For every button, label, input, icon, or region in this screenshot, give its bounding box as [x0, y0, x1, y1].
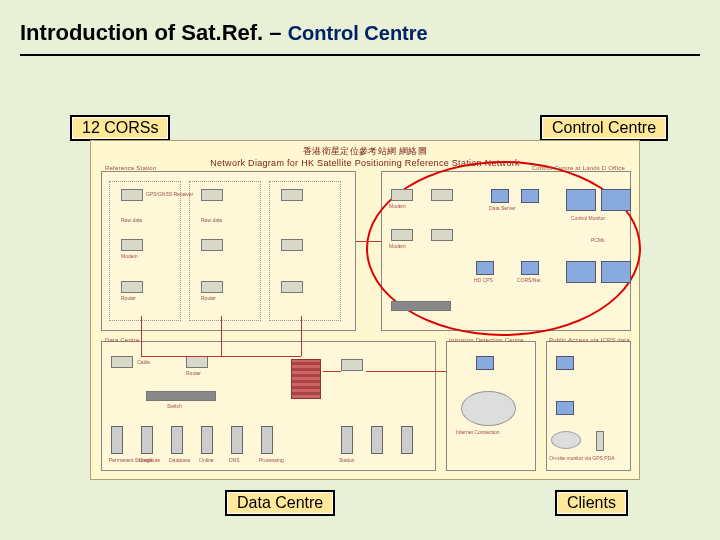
receiver-icon [281, 189, 303, 201]
cap: On-site monitor via GPS PDA [549, 455, 615, 461]
modem-icon [391, 229, 413, 241]
server-icon [171, 426, 183, 454]
cap: Station [339, 457, 355, 463]
cap: Raw data [121, 217, 142, 223]
server-icon [141, 426, 153, 454]
cap: Modem [389, 243, 406, 249]
router-icon [111, 356, 133, 368]
network-diagram: 香港衛星定位參考站網 網絡圖 Network Diagram for HK Sa… [90, 140, 640, 480]
link-line [141, 356, 301, 357]
cap: Online [199, 457, 213, 463]
cap: Router [186, 370, 201, 376]
cap: PCMs [591, 237, 605, 243]
modem-icon [201, 239, 223, 251]
zone-label-se2: Public Access via ICPS data [549, 337, 630, 343]
zone-label-sw: Data Centre [105, 337, 140, 343]
ref-station-1 [109, 181, 181, 321]
cap: Router [121, 295, 136, 301]
zone-label-se1: Intrusion Detection Centre [449, 337, 524, 343]
cap: Switch [167, 403, 182, 409]
router-icon [281, 281, 303, 293]
cap: Modem [389, 203, 406, 209]
cap: Cable [137, 359, 150, 365]
pc-icon [491, 189, 509, 203]
cap: Processing [259, 457, 284, 463]
label-cors: 12 CORSs [70, 115, 170, 141]
server-icon [111, 426, 123, 454]
cap: Database [169, 457, 190, 463]
ref-station-2 [189, 181, 261, 321]
modem-icon [431, 189, 453, 201]
receiver-icon [121, 189, 143, 201]
cap: Data Server [489, 205, 516, 211]
cloud-icon [461, 391, 516, 426]
server-icon [201, 426, 213, 454]
firewall-icon [291, 359, 321, 399]
label-clients: Clients [555, 490, 628, 516]
pc-icon [476, 261, 494, 275]
cap: Distribute [139, 457, 160, 463]
server-icon [371, 426, 383, 454]
pda-icon [596, 431, 604, 451]
slide-title: Introduction of Sat.Ref. – Control Centr… [20, 20, 428, 46]
server-icon [261, 426, 273, 454]
pc-icon [556, 356, 574, 370]
cloud-icon [551, 431, 581, 449]
cap: Modem [121, 253, 138, 259]
link-line [301, 316, 302, 356]
switch-icon [391, 301, 451, 311]
cap: Control Monitor [571, 215, 605, 221]
title-main: Introduction of Sat.Ref. – [20, 20, 288, 45]
monitor-icon [601, 261, 631, 283]
monitor-icon [566, 189, 596, 211]
title-underline [20, 54, 700, 56]
cap: DNS [229, 457, 240, 463]
ref-station-3 [269, 181, 341, 321]
pc-icon [521, 261, 539, 275]
link-line [366, 371, 446, 372]
monitor-icon [601, 189, 631, 211]
link-line [221, 316, 222, 356]
pc-icon [556, 401, 574, 415]
cap: Raw data [201, 217, 222, 223]
modem-icon [121, 239, 143, 251]
zone-label-nw: Reference Station [105, 165, 156, 171]
modem-icon [431, 229, 453, 241]
cap: CORS/Net [517, 277, 541, 283]
title-sub: Control Centre [288, 22, 428, 44]
server-icon [341, 426, 353, 454]
link-line [141, 316, 142, 356]
label-data-centre: Data Centre [225, 490, 335, 516]
cap: Router [201, 295, 216, 301]
pc-icon [521, 189, 539, 203]
link-line [356, 241, 381, 242]
link-line [323, 371, 341, 372]
modem-icon [391, 189, 413, 201]
router-icon [201, 281, 223, 293]
cap: Internet Connection [456, 429, 500, 435]
server-icon [401, 426, 413, 454]
label-control-centre: Control Centre [540, 115, 668, 141]
cap: GPS/GNSS Receiver [146, 191, 193, 197]
router-icon [186, 356, 208, 368]
server-icon [231, 426, 243, 454]
router-icon [121, 281, 143, 293]
zone-label-ne: Control Centre at Lands D Office [532, 165, 625, 171]
receiver-icon [201, 189, 223, 201]
pc-icon [476, 356, 494, 370]
modem-icon [281, 239, 303, 251]
router-icon [341, 359, 363, 371]
switch-icon [146, 391, 216, 401]
monitor-icon [566, 261, 596, 283]
cap: HD CPS [474, 277, 493, 283]
